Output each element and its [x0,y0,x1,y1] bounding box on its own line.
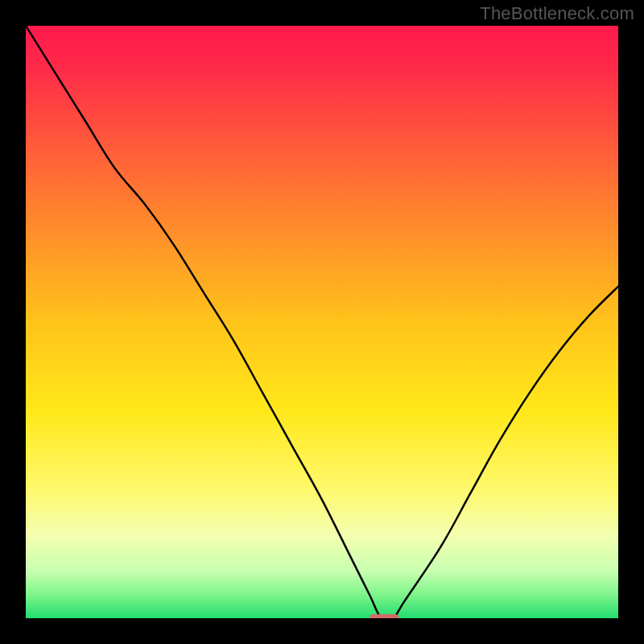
plot-svg [26,26,618,618]
gradient-background [26,26,618,618]
optimal-marker [369,614,399,618]
chart-frame: TheBottleneck.com [0,0,644,644]
watermark-text: TheBottleneck.com [480,3,634,24]
plot-area [26,26,618,618]
